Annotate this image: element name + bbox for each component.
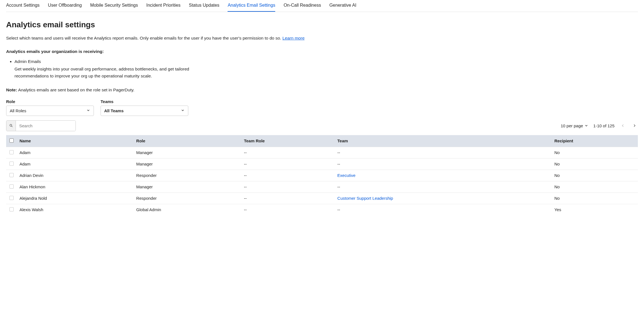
emails-subheading: Analytics emails your organization is re… <box>6 49 638 54</box>
table-row: Alan HickmonManager----No <box>6 181 638 192</box>
cell-recipient: No <box>552 147 638 158</box>
col-team: Team <box>335 135 552 147</box>
page-description: Select which teams and users will receiv… <box>6 35 638 41</box>
cell-team: -- <box>335 147 552 158</box>
select-all-checkbox[interactable] <box>9 138 14 143</box>
cell-team: -- <box>335 158 552 170</box>
users-table: Name Role Team Role Team Recipient AdamM… <box>6 135 638 215</box>
col-team-role: Team Role <box>241 135 335 147</box>
tab-on-call-readiness[interactable]: On-Call Readiness <box>284 0 321 12</box>
email-types-list: Admin EmailsGet weekly insights into you… <box>6 59 638 80</box>
role-filter-label: Role <box>6 99 94 104</box>
cell-recipient: No <box>552 192 638 204</box>
table-row: Alejandra NoldResponder--Customer Suppor… <box>6 192 638 204</box>
table-row: Adrian DevinResponder--ExecutiveNo <box>6 170 638 181</box>
tab-generative-ai[interactable]: Generative AI <box>329 0 356 12</box>
cell-team: -- <box>335 204 552 215</box>
team-link[interactable]: Executive <box>337 173 355 178</box>
cell-recipient: No <box>552 181 638 192</box>
page-title: Analytics email settings <box>6 20 638 29</box>
chevron-left-icon <box>621 123 625 128</box>
cell-team-role: -- <box>241 181 335 192</box>
settings-tabs: Account SettingsUser OffboardingMobile S… <box>6 0 638 12</box>
filters-row: Role All Roles Teams All Teams <box>6 99 638 116</box>
cell-name: Adam <box>17 158 133 170</box>
tab-analytics-email-settings[interactable]: Analytics Email Settings <box>228 0 275 12</box>
cell-role: Responder <box>133 170 241 181</box>
cell-role: Manager <box>133 147 241 158</box>
row-checkbox[interactable] <box>9 173 14 177</box>
prev-page-button[interactable] <box>619 122 626 129</box>
search-input[interactable] <box>16 121 75 131</box>
row-checkbox[interactable] <box>9 196 14 200</box>
cell-name: Adrian Devin <box>17 170 133 181</box>
row-checkbox[interactable] <box>9 150 14 154</box>
note-text: Analytics emails are sent based on the r… <box>17 87 135 92</box>
search-icon <box>6 121 16 131</box>
cell-recipient: No <box>552 158 638 170</box>
cell-team: Customer Support Leadership <box>335 192 552 204</box>
cell-team: -- <box>335 181 552 192</box>
pagination-range: 1-10 of 125 <box>593 123 614 128</box>
learn-more-link[interactable]: Learn more <box>282 36 304 40</box>
cell-team: Executive <box>335 170 552 181</box>
email-type-item: Admin EmailsGet weekly insights into you… <box>14 59 638 80</box>
cell-name: Alejandra Nold <box>17 192 133 204</box>
cell-recipient: No <box>552 170 638 181</box>
cell-name: Alan Hickmon <box>17 181 133 192</box>
col-name: Name <box>17 135 133 147</box>
row-checkbox[interactable] <box>9 184 14 189</box>
role-dropdown[interactable]: All Roles <box>6 106 94 116</box>
role-dropdown-value: All Roles <box>10 108 26 113</box>
table-row: Alexis WalshGlobal Admin----Yes <box>6 204 638 215</box>
cell-team-role: -- <box>241 170 335 181</box>
email-type-description: Get weekly insights into your overall or… <box>14 66 204 80</box>
cell-team-role: -- <box>241 192 335 204</box>
cell-role: Responder <box>133 192 241 204</box>
next-page-button[interactable] <box>631 122 638 129</box>
cell-team-role: -- <box>241 158 335 170</box>
tab-incident-priorities[interactable]: Incident Priorities <box>146 0 180 12</box>
table-row: AdamManager----No <box>6 147 638 158</box>
cell-name: Adam <box>17 147 133 158</box>
tab-status-updates[interactable]: Status Updates <box>189 0 219 12</box>
search-field[interactable] <box>6 120 76 131</box>
svg-line-1 <box>11 126 12 127</box>
cell-team-role: -- <box>241 147 335 158</box>
cell-team-role: -- <box>241 204 335 215</box>
cell-recipient: Yes <box>552 204 638 215</box>
tab-account-settings[interactable]: Account Settings <box>6 0 40 12</box>
per-page-label: 10 per page <box>561 123 583 128</box>
email-type-name: Admin Emails <box>14 59 638 64</box>
cell-role: Manager <box>133 158 241 170</box>
note-label: Note: <box>6 87 17 92</box>
svg-point-0 <box>10 125 12 126</box>
teams-filter-label: Teams <box>101 99 188 104</box>
col-recipient: Recipient <box>552 135 638 147</box>
cell-name: Alexis Walsh <box>17 204 133 215</box>
tab-user-offboarding[interactable]: User Offboarding <box>48 0 82 12</box>
cell-role: Manager <box>133 181 241 192</box>
row-checkbox[interactable] <box>9 207 14 211</box>
col-role: Role <box>133 135 241 147</box>
chevron-down-icon <box>584 124 588 128</box>
pagination-controls: 10 per page 1-10 of 125 <box>561 122 638 129</box>
tab-mobile-security-settings[interactable]: Mobile Security Settings <box>90 0 138 12</box>
chevron-down-icon <box>181 108 185 113</box>
note-paragraph: Note: Analytics emails are sent based on… <box>6 87 638 92</box>
chevron-down-icon <box>86 108 90 113</box>
teams-dropdown[interactable]: All Teams <box>101 106 188 116</box>
cell-role: Global Admin <box>133 204 241 215</box>
description-text: Select which teams and users will receiv… <box>6 36 281 40</box>
per-page-dropdown[interactable]: 10 per page <box>561 123 588 128</box>
chevron-right-icon <box>632 123 637 128</box>
team-link[interactable]: Customer Support Leadership <box>337 196 393 201</box>
row-checkbox[interactable] <box>9 162 14 166</box>
table-row: AdamManager----No <box>6 158 638 170</box>
teams-dropdown-value: All Teams <box>104 108 124 113</box>
